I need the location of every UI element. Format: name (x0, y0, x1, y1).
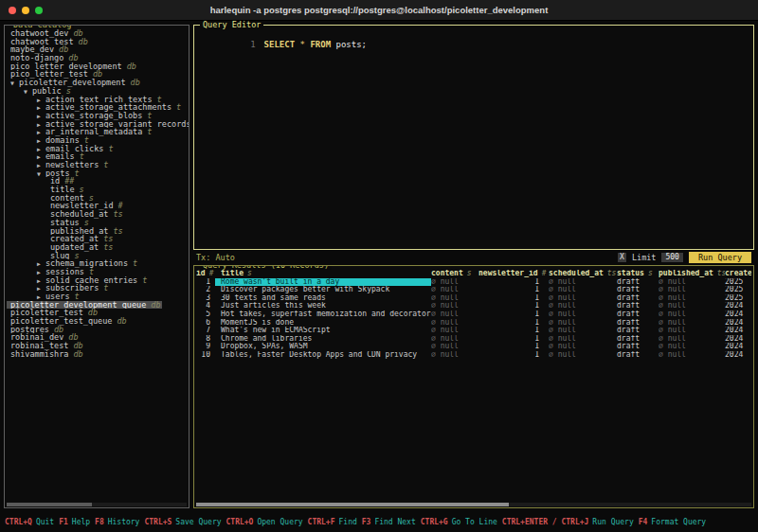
catalog-tree-item[interactable]: ▶active_storage_variant_recordst (7, 120, 189, 129)
result-row[interactable]: 7What's new in ECMAScript∅ null1∅ nulldr… (196, 327, 751, 335)
catalog-tree-item[interactable]: chatwoot_testdb (7, 38, 189, 46)
keybinding-save-query[interactable]: CTRL+SSave Query (144, 518, 221, 526)
cell-content[interactable]: ∅ null (431, 278, 478, 287)
keybinding-format-query[interactable]: F4Format Query (639, 518, 706, 526)
expand-arrow-icon[interactable]: ▶ (37, 260, 45, 268)
cell-published_at[interactable]: ∅ null (659, 294, 725, 303)
catalog-tree-item[interactable]: ▼publics (7, 87, 189, 96)
results-hscrollbar-thumb[interactable] (196, 503, 509, 506)
cell-status[interactable]: draft (617, 286, 659, 294)
result-row[interactable]: 8Chrome and libraries∅ null1∅ nulldraft∅… (196, 335, 751, 344)
cell-published_at[interactable]: ∅ null (659, 327, 725, 335)
cell-id[interactable]: 9 (196, 343, 215, 351)
cell-newsletter_id[interactable]: 1 (478, 319, 549, 328)
catalog-tree-item[interactable]: picoletter_test_queuedb (7, 317, 189, 326)
transaction-mode-toggle[interactable]: Tx: Auto (196, 253, 235, 262)
cell-published_at[interactable]: ∅ null (659, 351, 725, 360)
cell-created_at[interactable]: 2024 (725, 302, 751, 310)
catalog-tree-item[interactable]: published_atts (7, 227, 189, 236)
cell-newsletter_id[interactable]: 1 (478, 327, 549, 335)
cell-content[interactable]: ∅ null (431, 286, 478, 294)
cell-newsletter_id[interactable]: 1 (478, 302, 549, 310)
cell-status[interactable]: draft (617, 351, 659, 360)
keybinding-find-next[interactable]: F3Find Next (362, 518, 416, 526)
expand-arrow-icon[interactable]: ▶ (37, 113, 45, 120)
run-query-button[interactable]: Run Query (689, 252, 751, 263)
catalog-tree-item[interactable]: ▶action_text_rich_textst (7, 96, 189, 104)
cell-id[interactable]: 5 (196, 310, 215, 319)
keybinding-quit[interactable]: CTRL+QQuit (5, 518, 54, 526)
keybinding-run-query[interactable]: CTRL+ENTER / CTRL+JRun Query (502, 518, 634, 526)
column-header-published_at[interactable]: published_atts (659, 270, 725, 278)
result-row[interactable]: 6MomentJS is done∅ null1∅ nulldraft∅ nul… (196, 319, 751, 328)
catalog-tree-item[interactable]: ▶subscriberst (7, 284, 189, 293)
cell-scheduled_at[interactable]: ∅ null (549, 319, 617, 328)
cell-title[interactable]: Hot takes, superfast memoization and dec… (215, 310, 431, 319)
cell-newsletter_id[interactable]: 1 (478, 278, 549, 287)
minimize-button[interactable] (22, 7, 29, 14)
catalog-tree-item[interactable]: created_atts (7, 235, 189, 243)
catalog-tree-item[interactable]: noto-djangodb (7, 54, 189, 62)
result-row[interactable]: 9Dropbox, SPAs, WASM∅ null1∅ nulldraft∅ … (196, 343, 751, 351)
cell-scheduled_at[interactable]: ∅ null (549, 343, 617, 351)
keybinding-find[interactable]: CTRL+FFind (308, 518, 357, 526)
cell-created_at[interactable]: 2024 (725, 327, 751, 335)
catalog-tree-item[interactable]: slugs (7, 252, 189, 260)
result-row[interactable]: 5Hot takes, superfast memoization and de… (196, 310, 751, 319)
column-header-title[interactable]: titles (215, 270, 431, 278)
keybinding-help[interactable]: F1Help (59, 518, 90, 526)
catalog-tree-item[interactable]: ▶userst (7, 293, 189, 301)
keybinding-history[interactable]: F8History (95, 518, 139, 526)
catalog-tree-item[interactable]: statuss (7, 219, 189, 227)
cell-title[interactable]: Rome wasn't built in a day (215, 278, 431, 287)
cell-id[interactable]: 7 (196, 327, 215, 335)
cell-id[interactable]: 8 (196, 335, 215, 344)
catalog-tree-item[interactable]: titles (7, 186, 189, 194)
cell-title[interactable]: Tables, Faster Desktop Apps and CDN priv… (215, 351, 431, 360)
catalog-tree-item[interactable]: ▶schema_migrationst (7, 259, 189, 268)
cell-status[interactable]: draft (617, 343, 659, 351)
cell-scheduled_at[interactable]: ∅ null (549, 294, 617, 303)
sql-editor-input[interactable]: 1SELECT * FROM posts; (194, 26, 753, 59)
cell-scheduled_at[interactable]: ∅ null (549, 302, 617, 310)
catalog-tree-item[interactable]: chatwoot_devdb (7, 29, 189, 38)
catalog-tree-item[interactable]: ▶ar_internal_metadatat (7, 128, 189, 136)
cell-created_at[interactable]: 2025 (725, 278, 751, 287)
catalog-tree-item[interactable]: ▶active_storage_attachmentst (7, 103, 189, 112)
cell-created_at[interactable]: 2024 (725, 351, 751, 360)
column-header-created_at[interactable]: created_atts (725, 270, 751, 278)
cell-scheduled_at[interactable]: ∅ null (549, 335, 617, 344)
cell-id[interactable]: 4 (196, 302, 215, 310)
cell-status[interactable]: draft (617, 327, 659, 335)
catalog-tree-item[interactable]: id## (7, 177, 189, 186)
limit-value-input[interactable]: 500 (661, 253, 682, 262)
cell-created_at[interactable]: 2025 (725, 286, 751, 294)
cell-content[interactable]: ∅ null (431, 302, 478, 310)
cell-created_at[interactable]: 2024 (725, 343, 751, 351)
cell-status[interactable]: draft (617, 302, 659, 310)
cell-id[interactable]: 1 (196, 278, 215, 287)
cell-scheduled_at[interactable]: ∅ null (549, 278, 617, 287)
cell-title[interactable]: Dropbox, SPAs, WASM (215, 343, 431, 351)
cell-id[interactable]: 3 (196, 294, 215, 303)
result-row[interactable]: 4Just articles this week∅ null1∅ nulldra… (196, 302, 751, 310)
cell-title[interactable]: MomentJS is done (215, 319, 431, 328)
cell-scheduled_at[interactable]: ∅ null (549, 286, 617, 294)
catalog-hscrollbar-thumb[interactable] (7, 503, 92, 506)
expand-arrow-icon[interactable]: ▶ (37, 146, 45, 153)
catalog-tree-item[interactable]: ▶domainst (7, 136, 189, 145)
cell-published_at[interactable]: ∅ null (659, 343, 725, 351)
cell-title[interactable]: Chrome and libraries (215, 335, 431, 344)
catalog-tree-item[interactable]: pico_letter_developmentdb (7, 62, 189, 71)
column-header-scheduled_at[interactable]: scheduled_atts (549, 270, 617, 278)
catalog-tree-item[interactable]: postgresdb (7, 326, 189, 334)
catalog-tree-item[interactable]: shivammishradb (7, 350, 189, 359)
cell-content[interactable]: ∅ null (431, 327, 478, 335)
result-row[interactable]: 10Tables, Faster Desktop Apps and CDN pr… (196, 351, 751, 360)
cell-id[interactable]: 6 (196, 319, 215, 328)
expand-arrow-icon[interactable]: ▶ (37, 277, 45, 285)
catalog-tree-item[interactable]: ▶active_storage_blobst (7, 112, 189, 120)
collapse-arrow-icon[interactable]: ▼ (24, 88, 32, 96)
cell-published_at[interactable]: ∅ null (659, 278, 725, 287)
column-header-status[interactable]: statuss (617, 270, 659, 278)
